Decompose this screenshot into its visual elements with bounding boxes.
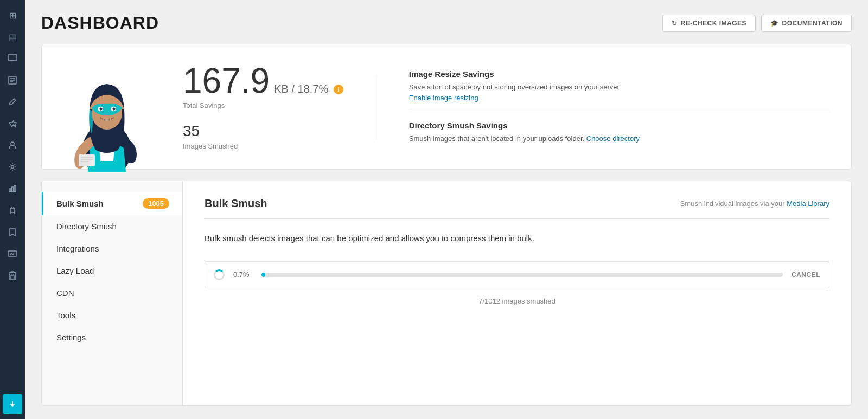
savings-value: 167.9 [183,63,270,98]
dashboard-icon[interactable]: ⊞ [3,5,22,25]
progress-status: 7/1012 images smushed [205,297,829,305]
building-icon[interactable] [3,266,22,285]
svg-point-25 [113,107,116,110]
page-header: DASHBOARD ↻ RE-CHECK IMAGES 🎓 DOCUMENTAT… [41,13,852,33]
bulk-smush-description: Bulk smush detects images that can be op… [205,232,829,245]
nav-item-integrations[interactable]: Integrations [42,237,182,260]
savings-label: Total Savings [183,101,343,109]
total-savings: 167.9 KB / 18.7% i [183,63,343,98]
bookmark-icon[interactable] [3,222,22,242]
bottom-section: Bulk Smush 1005 Directory Smush Integrat… [41,181,852,407]
main-content: DASHBOARD ↻ RE-CHECK IMAGES 🎓 DOCUMENTAT… [25,0,868,419]
images-label: Images Smushed [183,142,343,150]
directory-smush-block: Directory Smush Savings Smush images tha… [409,112,829,153]
svg-point-4 [11,142,14,145]
enable-image-resizing-link[interactable]: Enable image resizing [409,94,478,102]
info-icon[interactable]: i [334,85,343,94]
documentation-button[interactable]: 🎓 DOCUMENTATION [761,15,852,32]
progress-percent: 0.7% [233,270,253,279]
bulk-smush-subtitle: Smush individual images via your Media L… [680,199,829,208]
directory-smush-title: Directory Smush Savings [409,121,829,130]
images-smushed: 35 Images Smushed [183,123,343,150]
bulk-smush-title: Bulk Smush [205,197,267,210]
nav-item-cdn[interactable]: CDN [42,282,182,304]
plugin-icon[interactable] [3,201,22,220]
stats-divider [376,74,376,139]
progress-bar-wrap [261,273,783,277]
svg-rect-26 [79,154,95,166]
media-library-link[interactable]: Media Library [787,199,829,208]
pages-icon[interactable]: ▤ [3,27,22,47]
nav-item-directory-smush[interactable]: Directory Smush [42,215,182,237]
left-nav: Bulk Smush 1005 Directory Smush Integrat… [42,181,183,406]
right-content: Bulk Smush Smush individual images via y… [183,181,851,406]
savings-suffix: KB / 18.7% i [274,83,343,95]
images-count: 35 [183,123,343,140]
savings-info: Image Resize Savings Save a ton of space… [409,61,829,153]
character-illustration [63,63,150,150]
edit-icon[interactable] [3,92,22,112]
bulk-smush-badge: 1005 [143,198,169,209]
woo-icon[interactable] [3,244,22,263]
svg-rect-6 [9,189,11,192]
image-resize-title: Image Resize Savings [409,69,829,79]
svg-point-5 [11,166,14,169]
svg-rect-9 [10,208,15,212]
loading-spinner [214,269,225,280]
recheck-images-button[interactable]: ↻ RE-CHECK IMAGES [662,15,756,32]
comments-icon[interactable] [3,49,22,68]
image-resize-text: Save a ton of space by not storing overs… [409,82,829,103]
page-title: DASHBOARD [41,13,159,33]
svg-point-24 [100,107,103,110]
cancel-button[interactable]: CANCEL [792,271,820,279]
nav-item-settings[interactable]: Settings [42,326,182,349]
sidebar: ⊞ ▤ [0,0,25,419]
header-buttons: ↻ RE-CHECK IMAGES 🎓 DOCUMENTATION [662,15,852,32]
choose-directory-link[interactable]: Choose directory [586,134,640,143]
stats-numbers: 167.9 KB / 18.7% i Total Savings 35 Imag… [183,63,343,150]
progress-container: 0.7% CANCEL [205,261,829,288]
stats-card: 167.9 KB / 18.7% i Total Savings 35 Imag… [41,44,852,170]
image-resize-block: Image Resize Savings Save a ton of space… [409,61,829,112]
svg-rect-8 [14,185,16,192]
nav-item-bulk-smush[interactable]: Bulk Smush 1005 [42,192,182,215]
svg-rect-7 [12,187,14,192]
settings-icon[interactable] [3,157,22,177]
nav-item-tools[interactable]: Tools [42,304,182,326]
posts-icon[interactable] [3,70,22,90]
nav-item-lazy-load[interactable]: Lazy Load [42,260,182,282]
documentation-icon: 🎓 [770,20,779,27]
users-icon[interactable] [3,136,22,155]
smush-icon[interactable] [3,394,22,414]
bulk-smush-header: Bulk Smush Smush individual images via y… [205,197,829,219]
recheck-icon: ↻ [672,20,678,27]
stats-icon[interactable] [3,179,22,198]
directory-smush-text: Smush images that aren't located in your… [409,133,829,144]
tools-icon[interactable] [3,114,22,133]
progress-bar-fill [261,273,265,277]
